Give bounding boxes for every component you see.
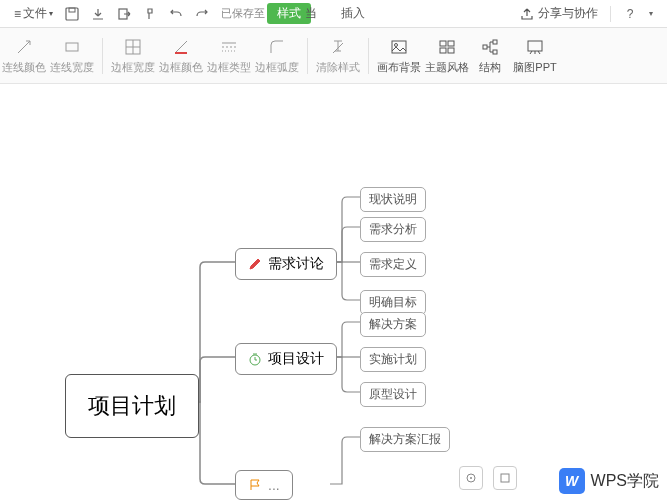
border-color-icon [171, 37, 191, 57]
ribbon-border-radius[interactable]: 边框弧度 [253, 37, 301, 75]
line-width-icon [62, 37, 82, 57]
ribbon-line-color[interactable]: 连线颜色 [0, 37, 48, 75]
theme-style-icon [437, 37, 457, 57]
dropdown-icon[interactable]: ▾ [643, 1, 659, 27]
undo-icon[interactable] [163, 1, 189, 27]
svg-rect-15 [448, 41, 454, 46]
ribbon-canvas-bg[interactable]: 画布背景 [375, 37, 423, 75]
node-leaf[interactable]: 解决方案 [360, 312, 426, 337]
export-icon[interactable] [111, 1, 137, 27]
pencil-icon [248, 257, 262, 271]
top-menu-bar: ≡文件▾ 已保存至 样式 当 插入 分享与协作 ? ▾ [0, 0, 667, 28]
save-icon[interactable] [59, 1, 85, 27]
format-painter-icon[interactable] [137, 1, 163, 27]
node-branch-3[interactable]: ... [235, 470, 293, 500]
canvas-bg-icon [389, 37, 409, 57]
svg-rect-18 [483, 45, 487, 49]
structure-icon [480, 37, 500, 57]
help-icon[interactable]: ? [617, 1, 643, 27]
node-branch-2[interactable]: 项目设计 [235, 343, 337, 375]
ribbon-border-width[interactable]: 边框宽度 [109, 37, 157, 75]
node-leaf[interactable]: 需求分析 [360, 217, 426, 242]
canvas-tools [459, 466, 517, 490]
node-leaf[interactable]: 原型设计 [360, 382, 426, 407]
node-branch-1[interactable]: 需求讨论 [235, 248, 337, 280]
border-radius-icon [267, 37, 287, 57]
clear-style-icon [328, 37, 348, 57]
ppt-icon [525, 37, 545, 57]
svg-rect-3 [66, 43, 78, 51]
svg-point-24 [470, 477, 472, 479]
flag-icon [248, 478, 262, 492]
mindmap-canvas[interactable]: 项目计划 需求讨论 现状说明 需求分析 需求定义 明确目标 项目设计 解决方案 … [0, 84, 667, 500]
svg-rect-12 [392, 41, 406, 53]
ribbon-structure[interactable]: 结构 [471, 37, 509, 75]
svg-rect-21 [528, 41, 542, 51]
border-style-icon [219, 37, 239, 57]
save-status: 已保存至 [221, 6, 265, 21]
node-leaf[interactable]: 现状说明 [360, 187, 426, 212]
tool-collapse-icon[interactable] [493, 466, 517, 490]
svg-rect-16 [440, 48, 446, 53]
ribbon-border-style[interactable]: 边框类型 [205, 37, 253, 75]
node-leaf[interactable]: 解决方案汇报 [360, 427, 450, 452]
svg-rect-0 [66, 8, 78, 20]
ribbon-mindmap-ppt[interactable]: 脑图PPT [509, 37, 561, 75]
tab-insert[interactable]: 插入 [331, 3, 375, 24]
ribbon-border-color[interactable]: 边框颜色 [157, 37, 205, 75]
svg-rect-17 [448, 48, 454, 53]
timer-icon [248, 352, 262, 366]
svg-rect-7 [175, 52, 187, 54]
node-leaf[interactable]: 需求定义 [360, 252, 426, 277]
ribbon-clear-style[interactable]: 清除样式 [314, 37, 362, 75]
svg-rect-19 [493, 40, 497, 44]
node-root[interactable]: 项目计划 [65, 374, 199, 438]
ribbon-line-width[interactable]: 连线宽度 [48, 37, 96, 75]
svg-rect-20 [493, 50, 497, 54]
wps-logo-icon: W [559, 468, 585, 494]
border-width-icon [123, 37, 143, 57]
file-menu[interactable]: ≡文件▾ [8, 5, 59, 22]
node-leaf[interactable]: 实施计划 [360, 347, 426, 372]
tab-partial: 当 [305, 3, 327, 24]
redo-icon[interactable] [189, 1, 215, 27]
ribbon-toolbar: 连线颜色 连线宽度 边框宽度 边框颜色 边框类型 边框弧度 清除样式 画布背景 … [0, 28, 667, 84]
watermark: W WPS学院 [559, 468, 659, 494]
share-icon [520, 7, 534, 21]
line-color-icon [14, 37, 34, 57]
svg-rect-25 [501, 474, 509, 482]
share-button[interactable]: 分享与协作 [514, 5, 604, 22]
ribbon-theme-style[interactable]: 主题风格 [423, 37, 471, 75]
svg-point-13 [395, 43, 398, 46]
tool-locate-icon[interactable] [459, 466, 483, 490]
download-icon[interactable] [85, 1, 111, 27]
svg-rect-14 [440, 41, 446, 46]
svg-rect-1 [69, 8, 75, 12]
